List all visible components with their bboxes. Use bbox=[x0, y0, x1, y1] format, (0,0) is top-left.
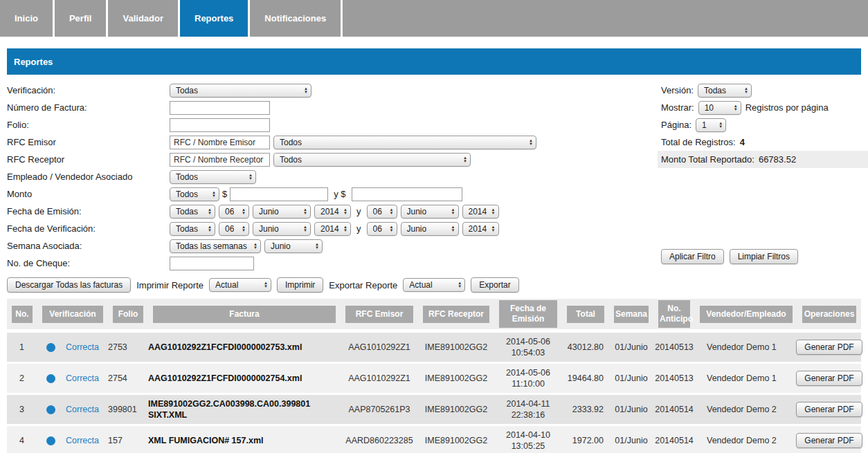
rfc-emisor-input[interactable] bbox=[170, 136, 270, 149]
factura-filename: AAG1010292Z1FCFDI0000002753.xml bbox=[148, 342, 341, 353]
table-row: 4 Correcta 157 XML FUMIGACION# 157.xml A… bbox=[7, 426, 861, 453]
total-cell: 43012.80 bbox=[562, 342, 609, 352]
fecha-verificacion-mes1-select[interactable]: Junio▲▼ bbox=[253, 222, 311, 236]
rfc-receptor-select[interactable]: Todos▲▼ bbox=[273, 153, 471, 167]
exportar-reporte-select[interactable]: Actual▲▼ bbox=[403, 278, 465, 292]
mostrar-label: Mostrar: bbox=[661, 102, 694, 113]
fecha-date: 2014-04-10 bbox=[494, 429, 562, 441]
pagina-select[interactable]: 1▲▼ bbox=[696, 118, 726, 132]
verification-link[interactable]: Correcta bbox=[66, 405, 99, 414]
stepper-icon: ▲▼ bbox=[491, 208, 496, 215]
rfc-receptor-cell: IME891002GG2 bbox=[418, 436, 494, 445]
generar-pdf-button[interactable]: Generar PDF bbox=[796, 433, 862, 448]
verificacion-label: Verificación: bbox=[7, 85, 170, 95]
semana-asociada-label: Semana Asociada: bbox=[7, 241, 170, 251]
fecha-emision-anio2-select[interactable]: 2014▲▼ bbox=[462, 205, 499, 219]
fecha-date: 2014-05-06 bbox=[494, 367, 562, 378]
summary-panel: Versión: Todas▲▼ Mostrar: 10▲▼ Registros… bbox=[658, 82, 868, 168]
fecha-verificacion-mes2-select[interactable]: Junio▲▼ bbox=[401, 222, 459, 236]
fecha-emision-cell: 2014-04-10 13:05:25 bbox=[494, 429, 562, 452]
rfc-receptor-input[interactable] bbox=[170, 153, 270, 167]
monto-min-input[interactable] bbox=[230, 187, 328, 201]
folio-cell: 399801 bbox=[108, 405, 148, 414]
aplicar-filtro-button[interactable]: Aplicar Filtro bbox=[661, 249, 724, 264]
stepper-icon: ▲▼ bbox=[264, 281, 268, 288]
semana-cell: 01/Junio bbox=[609, 436, 653, 445]
rfc-emisor-select[interactable]: Todos▲▼ bbox=[273, 136, 536, 149]
rfc-emisor-cell: AARD860223285 bbox=[341, 436, 418, 445]
mostrar-select[interactable]: 10▲▼ bbox=[698, 101, 741, 115]
fecha-emision-dia2-select[interactable]: 06▲▼ bbox=[367, 205, 397, 219]
monto-total-value: 66783.52 bbox=[759, 154, 796, 165]
monto-max-input[interactable] bbox=[352, 187, 462, 201]
fecha-emision-anio1-select[interactable]: 2014▲▼ bbox=[314, 205, 351, 219]
fecha-emision-cell: 2014-04-11 22:38:16 bbox=[494, 398, 562, 421]
table-header-row: No. Verificación Folio Factura RFC Emiso… bbox=[7, 299, 861, 329]
verification-link[interactable]: Correcta bbox=[66, 373, 99, 383]
fecha-emision-cell: 2014-05-06 11:10:00 bbox=[494, 367, 562, 390]
version-select[interactable]: Todas▲▼ bbox=[698, 84, 752, 98]
anticipo-cell: 20140514 bbox=[653, 436, 695, 445]
report-toolbar: Descargar Todas las facturas Imprimir Re… bbox=[7, 277, 861, 293]
vendedor-cell: Vendedor Demo 1 bbox=[695, 342, 797, 352]
tab-label: Reportes bbox=[195, 13, 233, 24]
header-folio: Folio bbox=[113, 306, 143, 323]
stepper-icon: ▲▼ bbox=[718, 122, 723, 129]
row-number: 2 bbox=[7, 373, 37, 383]
factura-filename: AAG1010292Z1FCFDI0000002754.xml bbox=[148, 373, 341, 384]
tab-label: Notificaciones bbox=[264, 13, 326, 24]
stepper-icon: ▲▼ bbox=[208, 208, 212, 215]
cheque-input[interactable] bbox=[170, 257, 254, 270]
generar-pdf-button[interactable]: Generar PDF bbox=[796, 402, 862, 417]
semana-mes-select[interactable]: Junio▲▼ bbox=[264, 239, 323, 253]
monto-label: Monto bbox=[7, 189, 170, 199]
header-rfc-receptor: RFC Receptor bbox=[423, 306, 489, 323]
fecha-emision-mes1-select[interactable]: Junio▲▼ bbox=[253, 205, 311, 219]
fecha-verificacion-anio2-select[interactable]: 2014▲▼ bbox=[462, 222, 499, 236]
folio-input[interactable] bbox=[170, 118, 270, 132]
stepper-icon: ▲▼ bbox=[463, 156, 467, 163]
table-row: 3 Correcta 399801 IME891002GG2.CA003998.… bbox=[7, 395, 861, 424]
generar-pdf-button[interactable]: Generar PDF bbox=[796, 340, 862, 355]
fecha-verificacion-anio1-select[interactable]: 2014▲▼ bbox=[314, 222, 351, 236]
total-registros-value: 4 bbox=[740, 137, 745, 147]
panel-header: Reportes bbox=[7, 48, 861, 75]
folio-cell: 2753 bbox=[108, 342, 148, 352]
tab-inicio[interactable]: Inicio bbox=[0, 0, 53, 37]
fecha-verificacion-rango-select[interactable]: Todas▲▼ bbox=[170, 222, 215, 236]
header-verificacion: Verificación bbox=[42, 306, 103, 323]
verification-link[interactable]: Correcta bbox=[66, 342, 99, 352]
descargar-facturas-button[interactable]: Descargar Todas las facturas bbox=[7, 277, 131, 293]
row-number: 1 bbox=[7, 342, 37, 352]
tab-label: Perfil bbox=[69, 13, 92, 24]
exportar-button[interactable]: Exportar bbox=[471, 277, 518, 293]
stepper-icon: ▲▼ bbox=[242, 208, 246, 215]
empleado-select[interactable]: Todos▲▼ bbox=[170, 170, 256, 184]
stepper-icon: ▲▼ bbox=[458, 281, 462, 288]
numero-factura-input[interactable] bbox=[170, 101, 270, 115]
tab-notificaciones[interactable]: Notificaciones bbox=[250, 0, 341, 37]
main-tab-bar: Inicio Perfil Validador Reportes Notific… bbox=[0, 0, 868, 37]
monto-total-label: Monto Total Reportado: bbox=[661, 154, 754, 165]
vendedor-cell: Vendedor Demo 1 bbox=[695, 373, 797, 383]
fecha-emision-mes2-select[interactable]: Junio▲▼ bbox=[401, 205, 459, 219]
factura-filename: XML FUMIGACION# 157.xml bbox=[148, 435, 341, 446]
table-row: 1 Correcta 2753 AAG1010292Z1FCFDI0000002… bbox=[7, 333, 861, 362]
fecha-emision-dia1-select[interactable]: 06▲▼ bbox=[219, 205, 249, 219]
tab-perfil[interactable]: Perfil bbox=[55, 0, 107, 37]
semana-select[interactable]: Todas las semanas▲▼ bbox=[170, 239, 261, 253]
generar-pdf-button[interactable]: Generar PDF bbox=[796, 371, 862, 386]
limpiar-filtros-button[interactable]: Limpiar Filtros bbox=[730, 249, 798, 264]
tab-validador[interactable]: Validador bbox=[108, 0, 178, 37]
fecha-verificacion-dia2-select[interactable]: 06▲▼ bbox=[367, 222, 397, 236]
verificacion-select[interactable]: Todas▲▼ bbox=[170, 84, 311, 98]
status-dot-icon bbox=[46, 343, 55, 352]
imprimir-button[interactable]: Imprimir bbox=[277, 277, 323, 293]
fecha-emision-rango-select[interactable]: Todas▲▼ bbox=[170, 205, 215, 219]
fecha-verificacion-dia1-select[interactable]: 06▲▼ bbox=[219, 222, 249, 236]
monto-range-select[interactable]: Todos▲▼ bbox=[170, 187, 219, 201]
table-body: 1 Correcta 2753 AAG1010292Z1FCFDI0000002… bbox=[7, 333, 861, 453]
verification-link[interactable]: Correcta bbox=[66, 436, 99, 445]
imprimir-reporte-select[interactable]: Actual▲▼ bbox=[209, 278, 271, 292]
tab-reportes[interactable]: Reportes bbox=[180, 0, 248, 37]
